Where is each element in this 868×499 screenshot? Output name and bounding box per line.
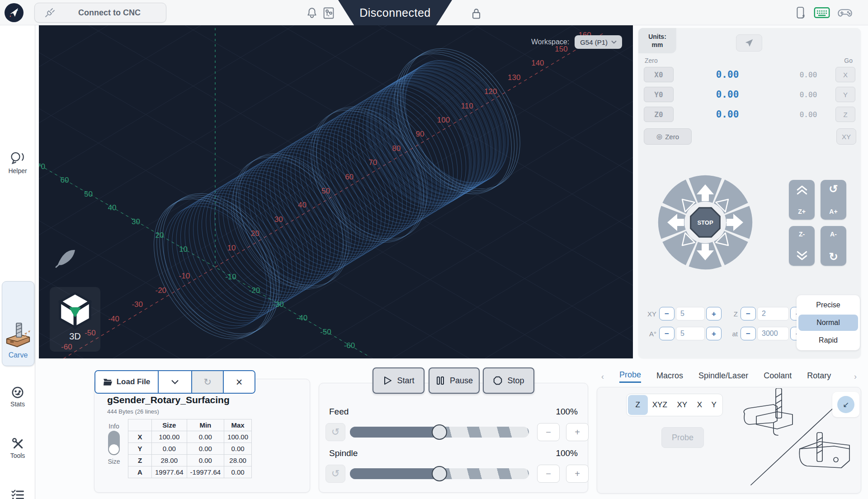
spindle-slider[interactable] [350, 468, 529, 479]
probe-axis-xyz[interactable]: XYZ [648, 395, 672, 415]
dro-row-z: Z0 0.00 0.00 Z [641, 106, 858, 123]
workspace-select[interactable]: G54 (P1) [575, 35, 622, 49]
remote-mode-button[interactable] [795, 6, 807, 20]
xy-step-increment[interactable]: + [706, 307, 722, 320]
a-step-input[interactable]: 5 [676, 327, 705, 340]
connect-to-cnc-button[interactable]: Connect to CNC [34, 3, 166, 23]
sidebar-item-config[interactable]: Config [1, 488, 34, 499]
zero-z-button[interactable]: Z0 [644, 107, 674, 122]
close-icon: × [236, 376, 243, 389]
probe-card: Z XYZ XY X Y Probe ↙ [597, 387, 861, 494]
paper-plane-icon [744, 38, 754, 48]
svg-text:120: 120 [484, 87, 497, 96]
tab-coolant[interactable]: Coolant [764, 371, 792, 382]
a-step-increment[interactable]: + [706, 327, 722, 340]
tab-macros[interactable]: Macros [656, 371, 683, 382]
probe-axis-y[interactable]: Y [707, 395, 721, 415]
collapse-visualizer-button[interactable]: ↙ [832, 392, 859, 417]
at-label: at [727, 330, 738, 338]
sidebar-item-stats[interactable]: Stats [1, 385, 34, 408]
preset-rapid[interactable]: Rapid [798, 332, 858, 348]
xy-step-decrement[interactable]: − [659, 307, 675, 320]
visualizer-viewport[interactable]: -70-60-50-40-30-20-101020304050607080901… [39, 25, 633, 358]
notifications-button[interactable] [306, 6, 318, 19]
go-z-button[interactable]: Z [835, 107, 855, 122]
sidebar: Helper Carve Stats Tools Config [0, 25, 35, 499]
jog-a-minus-button[interactable]: A- ↻ [821, 226, 846, 266]
workflow-icon [322, 6, 335, 20]
keyboard-shortcuts-button[interactable] [814, 6, 830, 19]
feed-override-value: 100% [556, 407, 578, 417]
tab-probe[interactable]: Probe [619, 370, 641, 383]
feed-override-increment[interactable]: + [566, 423, 589, 441]
feed-slider-handle[interactable] [432, 424, 447, 440]
jog-z-plus-button[interactable]: Z+ [789, 180, 815, 220]
preset-normal[interactable]: Normal [798, 315, 858, 331]
z-step-label: Z [727, 310, 738, 318]
jog-a-plus-button[interactable]: ↺ A+ [821, 180, 846, 220]
view-cube-button[interactable]: 3D [50, 287, 100, 352]
dro-jog-panel: Units:mm Zero Go X0 0.00 0.00 X Y0 0.00 … [638, 28, 861, 358]
spindle-slider-handle[interactable] [432, 466, 447, 481]
svg-text:30: 30 [132, 217, 140, 226]
zero-x-button[interactable]: X0 [644, 67, 674, 82]
spindle-override-increment[interactable]: + [566, 465, 589, 483]
pause-job-button[interactable]: Pause [429, 367, 480, 394]
spindle-override-decrement[interactable]: − [537, 465, 560, 483]
probe-axis-segmented: Z XYZ XY X Y [626, 394, 723, 416]
load-file-button[interactable]: Load File [95, 371, 158, 393]
go-x-button[interactable]: X [835, 67, 855, 82]
rotate-ccw-icon: ↺ [829, 184, 838, 193]
z-step-input[interactable]: 2 [757, 307, 789, 320]
info-size-toggle[interactable] [108, 431, 120, 455]
svg-text:100: 100 [437, 116, 450, 124]
sidebar-item-carve[interactable]: Carve [2, 281, 34, 366]
chevrons-up-icon [795, 184, 809, 195]
lightweight-mode-toggle[interactable] [52, 245, 79, 269]
stop-job-button[interactable]: Stop [483, 367, 534, 394]
svg-text:110: 110 [461, 102, 473, 110]
go-xy-button[interactable]: XY [836, 128, 856, 145]
preset-precise[interactable]: Precise [798, 297, 858, 313]
a-step-decrement[interactable]: − [659, 327, 675, 340]
jog-feed-input[interactable]: 3000 [757, 327, 789, 340]
load-file-dropdown[interactable] [158, 371, 191, 393]
probe-start-button[interactable]: Probe [661, 427, 704, 448]
close-file-button[interactable]: × [223, 371, 255, 393]
probe-axis-xy[interactable]: XY [672, 395, 693, 415]
z-step-decrement[interactable]: − [741, 307, 756, 320]
jog-z-minus-button[interactable]: Z- [789, 226, 815, 266]
svg-text:30: 30 [274, 215, 283, 224]
spindle-reset-button[interactable]: ↺ [326, 465, 345, 483]
gamepad-button[interactable] [837, 6, 853, 19]
table-row: Z28.000.0028.00 [128, 455, 252, 466]
load-file-group: Load File ↻ × [94, 370, 255, 394]
toggle-knob [109, 444, 119, 454]
sidebar-item-helper[interactable]: Helper [1, 150, 34, 174]
tab-rotary[interactable]: Rotary [807, 371, 831, 382]
dro-row-y: Y0 0.00 0.00 Y [641, 86, 858, 103]
probe-axis-z[interactable]: Z [628, 395, 648, 415]
feed-slider[interactable] [350, 427, 529, 438]
helper-icon [9, 150, 26, 165]
jog-wheel[interactable]: Y+X+Y-X-STOP [656, 173, 755, 272]
reload-file-button[interactable]: ↻ [191, 371, 223, 393]
feed-override-decrement[interactable]: − [537, 423, 560, 441]
start-job-button[interactable]: Start [373, 367, 425, 394]
probe-axis-x[interactable]: X [693, 395, 707, 415]
xy-step-input[interactable]: 5 [676, 307, 705, 320]
goto-location-button[interactable] [736, 34, 762, 52]
svg-text:130: 130 [508, 73, 520, 82]
zero-y-button[interactable]: Y0 [644, 87, 674, 102]
app-logo[interactable] [5, 3, 24, 22]
lock-button[interactable] [469, 6, 483, 20]
tabs-scroll-left[interactable]: ‹ [601, 372, 604, 381]
tab-spindle-laser[interactable]: Spindle/Laser [698, 371, 748, 382]
feed-decrement[interactable]: − [741, 327, 756, 340]
feed-reset-button[interactable]: ↺ [326, 423, 345, 441]
go-y-button[interactable]: Y [835, 87, 855, 102]
workflow-button[interactable] [322, 6, 335, 20]
zero-all-button[interactable]: ◎Zero [644, 128, 692, 145]
tabs-scroll-right[interactable]: › [854, 372, 857, 381]
sidebar-item-tools[interactable]: Tools [1, 437, 34, 459]
